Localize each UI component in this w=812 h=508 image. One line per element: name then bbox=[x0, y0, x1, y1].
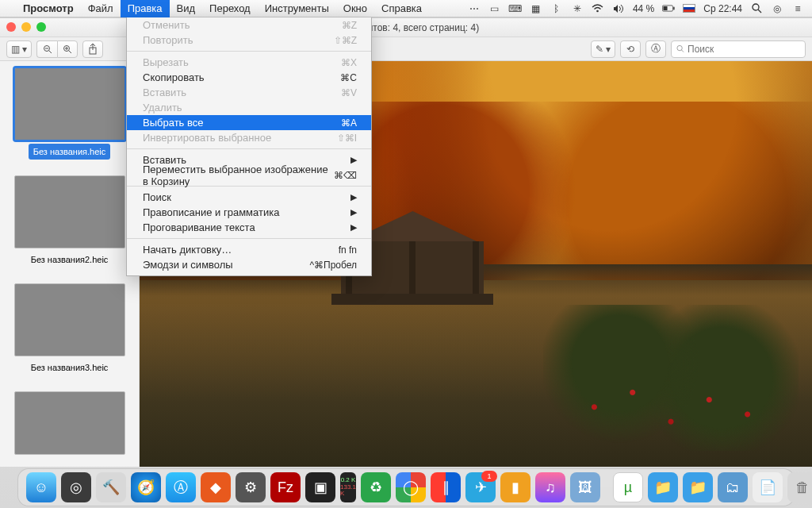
clock[interactable]: Ср 22:44 bbox=[703, 3, 742, 14]
menu-select-all[interactable]: Выбрать все⌘A bbox=[127, 115, 371, 130]
spotlight-icon[interactable] bbox=[750, 2, 763, 15]
submenu-arrow-icon: ▶ bbox=[350, 155, 357, 165]
menu-emoji[interactable]: Эмодзи и символы^⌘Пробел bbox=[127, 257, 371, 272]
toolbar: ▥ ▾ ✎ ▾ ⟲ Ⓐ bbox=[0, 37, 812, 61]
notification-center-icon[interactable]: ≡ bbox=[791, 2, 804, 15]
preview-window: (документов: 4, всего страниц: 4) ▥ ▾ ✎ … bbox=[0, 17, 812, 467]
menu-cut: Вырезать⌘X bbox=[127, 55, 371, 70]
battery-icon[interactable] bbox=[662, 2, 675, 15]
close-button[interactable] bbox=[6, 22, 16, 32]
appstore-icon[interactable]: Ⓐ bbox=[166, 472, 196, 502]
menu-invert-selection: Инвертировать выбранное⇧⌘I bbox=[127, 130, 371, 145]
folder-icon[interactable]: 📁 bbox=[648, 472, 678, 502]
menu-speech[interactable]: Проговаривание текста▶ bbox=[127, 220, 371, 235]
menu-edit[interactable]: Правка bbox=[121, 0, 170, 17]
rotate-button[interactable]: ⟲ bbox=[620, 40, 641, 58]
submenu-arrow-icon: ▶ bbox=[350, 207, 357, 217]
thumbnail-item[interactable]: Без названия3.heic bbox=[14, 283, 125, 387]
stack-icon[interactable]: 🗂 bbox=[718, 472, 748, 502]
trash-icon[interactable]: 🗑 bbox=[787, 472, 812, 502]
zoom-button[interactable] bbox=[36, 22, 46, 32]
svg-line-16 bbox=[681, 50, 684, 52]
parallels-icon[interactable]: ∥ bbox=[431, 472, 461, 502]
music-icon[interactable]: ♫ bbox=[535, 472, 565, 502]
dots-icon[interactable]: ⋯ bbox=[468, 2, 481, 15]
svg-line-10 bbox=[69, 50, 72, 53]
app-menu[interactable]: Просмотр bbox=[16, 0, 81, 17]
thumbnail-image[interactable] bbox=[14, 67, 125, 140]
launchpad-icon[interactable]: ◎ bbox=[61, 472, 91, 502]
bluetooth-icon[interactable]: ᛒ bbox=[550, 2, 563, 15]
view-mode-group: ▥ ▾ bbox=[6, 40, 32, 58]
menu-extra-icon[interactable]: ✳ bbox=[571, 2, 584, 15]
thumbnail-item[interactable] bbox=[14, 391, 125, 455]
search-field[interactable] bbox=[671, 40, 806, 58]
menu-separator bbox=[127, 51, 371, 52]
zoom-group bbox=[36, 40, 78, 58]
menu-copy[interactable]: Скопировать⌘C bbox=[127, 70, 371, 85]
chrome-icon[interactable]: ◯ bbox=[396, 472, 426, 502]
zoom-out-button[interactable] bbox=[36, 40, 57, 58]
menu-view[interactable]: Вид bbox=[170, 0, 203, 17]
filezilla-icon[interactable]: Fz bbox=[270, 472, 301, 502]
volume-icon[interactable] bbox=[612, 2, 625, 15]
titlebar: (документов: 4, всего страниц: 4) bbox=[0, 18, 812, 37]
thumbnail-item[interactable]: Без названия.heic bbox=[14, 67, 125, 171]
search-input[interactable] bbox=[688, 44, 800, 55]
app-icon[interactable]: ♻ bbox=[361, 472, 391, 502]
menu-spelling[interactable]: Правописание и грамматика▶ bbox=[127, 205, 371, 220]
search-icon bbox=[676, 44, 684, 53]
svg-rect-3 bbox=[673, 7, 674, 10]
menu-help[interactable]: Справка bbox=[374, 0, 429, 17]
menu-find[interactable]: Поиск▶ bbox=[127, 190, 371, 205]
wifi-icon[interactable] bbox=[592, 2, 604, 15]
system-preferences-icon[interactable]: ⚙ bbox=[236, 472, 266, 502]
menu-tools[interactable]: Инструменты bbox=[258, 0, 336, 17]
finder-icon[interactable]: ☺ bbox=[26, 472, 56, 502]
svg-rect-2 bbox=[664, 6, 668, 10]
thumbnail-sidebar[interactable]: Без названия.heic Без названия2.heic Без… bbox=[0, 61, 140, 467]
menu-start-dictation[interactable]: Начать диктовку…fn fn bbox=[127, 242, 371, 257]
hammer-app-icon[interactable]: 🔨 bbox=[96, 472, 126, 502]
siri-icon[interactable]: ◎ bbox=[771, 2, 783, 15]
minimize-button[interactable] bbox=[21, 22, 31, 32]
document-icon[interactable]: 📄 bbox=[753, 472, 783, 502]
folder-icon[interactable]: 📁 bbox=[683, 472, 713, 502]
keyboard-icon[interactable]: ⌨ bbox=[509, 2, 522, 15]
svg-point-15 bbox=[677, 45, 682, 50]
display-icon[interactable]: ▭ bbox=[488, 2, 501, 15]
submenu-arrow-icon: ▶ bbox=[350, 222, 357, 233]
submenu-arrow-icon: ▶ bbox=[350, 192, 357, 202]
screens-icon[interactable]: ▣ bbox=[305, 472, 335, 502]
thumbnail-item[interactable]: Без названия2.heic bbox=[14, 175, 125, 279]
menu-undo: Отменить⌘Z bbox=[127, 17, 371, 33]
zoom-in-button[interactable] bbox=[57, 40, 78, 58]
share-button[interactable] bbox=[82, 40, 103, 58]
thumbnail-image[interactable] bbox=[14, 391, 125, 455]
sidebar-toggle-button[interactable]: ▥ ▾ bbox=[6, 40, 32, 58]
utorrent-icon[interactable]: µ bbox=[613, 472, 643, 502]
edit-dropdown: Отменить⌘Z Повторить⇧⌘Z Вырезать⌘X Скопи… bbox=[126, 17, 372, 276]
menu-file[interactable]: Файл bbox=[81, 0, 121, 17]
highlight-button[interactable]: ✎ ▾ bbox=[591, 40, 615, 58]
menu-window[interactable]: Окно bbox=[336, 0, 374, 17]
sublime-icon[interactable]: ▮ bbox=[500, 472, 530, 502]
thumbnail-image[interactable] bbox=[14, 175, 125, 248]
telegram-icon[interactable]: ✈ bbox=[465, 472, 496, 502]
app-icon[interactable]: ◆ bbox=[201, 472, 231, 502]
input-source-flag[interactable] bbox=[683, 4, 695, 13]
menu-move-to-trash[interactable]: Переместить выбранное изображение в Корз… bbox=[127, 167, 371, 183]
battery-percent[interactable]: 44 % bbox=[633, 3, 654, 14]
svg-line-7 bbox=[48, 50, 52, 53]
menu-go[interactable]: Переход bbox=[202, 0, 258, 17]
network-monitor-icon[interactable]: 0.2 K133.1 K bbox=[340, 472, 356, 502]
svg-point-0 bbox=[597, 10, 599, 13]
tile-icon[interactable]: ▦ bbox=[530, 2, 542, 15]
safari-icon[interactable]: 🧭 bbox=[131, 472, 161, 502]
content-area: Без названия.heic Без названия2.heic Без… bbox=[0, 61, 812, 467]
preview-app-icon[interactable]: 🖼 bbox=[570, 472, 600, 502]
thumbnail-image[interactable] bbox=[14, 283, 125, 356]
menu-paste: Вставить⌘V bbox=[127, 85, 371, 100]
traffic-lights bbox=[6, 22, 46, 32]
markup-button[interactable]: Ⓐ bbox=[645, 40, 666, 58]
